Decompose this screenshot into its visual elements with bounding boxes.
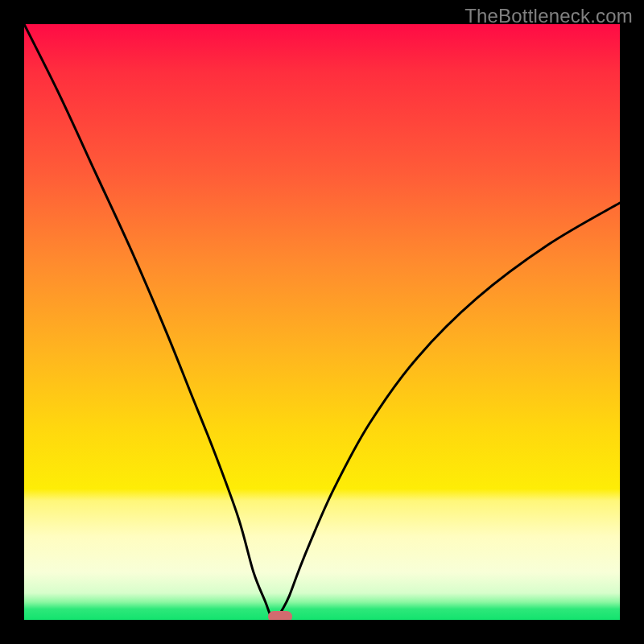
chart-frame: TheBottleneck.com <box>0 0 644 644</box>
watermark-text: TheBottleneck.com <box>464 5 633 27</box>
curve-svg <box>24 24 620 620</box>
optimum-marker <box>268 611 292 620</box>
plot-area <box>24 24 620 620</box>
bottleneck-curve-path <box>24 24 620 618</box>
